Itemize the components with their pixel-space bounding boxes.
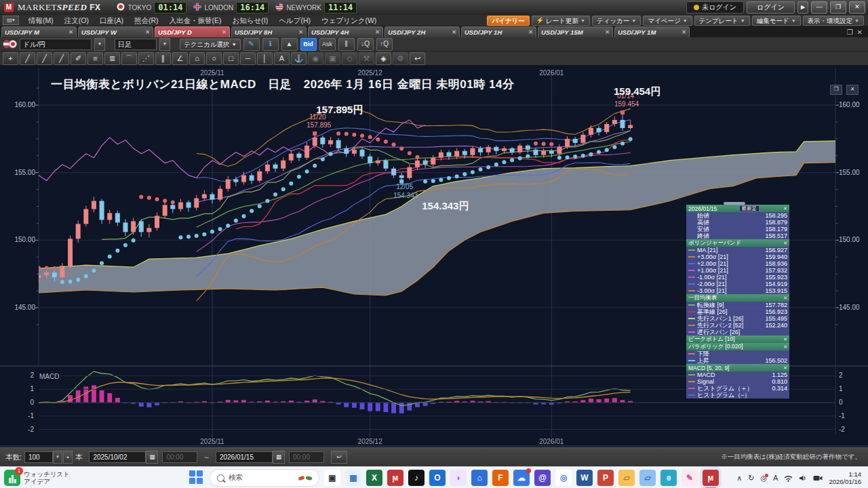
header-button-1[interactable]: ⚡レート更新▼ xyxy=(532,16,590,26)
audio-app-icon[interactable]: ♪ xyxy=(408,470,425,486)
chart-area[interactable]: 160.00160.00155.00155.00150.00150.00145.… xyxy=(0,66,868,447)
copilot-icon[interactable]: ◗ xyxy=(450,470,467,486)
horizontal-line-tool[interactable]: ─ xyxy=(240,52,256,65)
candle-chart-icon[interactable]: ⫼ xyxy=(338,38,355,51)
tab-close-all-icon[interactable]: ✕ xyxy=(857,28,863,36)
calendar-to-icon[interactable]: ▦ xyxy=(273,451,285,464)
powerpoint-icon[interactable]: P xyxy=(597,470,614,486)
header-button-3[interactable]: マイページ▼ xyxy=(643,16,692,26)
header-button-6[interactable]: 表示・環境設定▼ xyxy=(803,16,864,26)
menu-item-7[interactable]: ウェブリンク(W) xyxy=(316,15,382,26)
tab-close-icon[interactable]: ✕ xyxy=(605,29,610,35)
tab-close-icon[interactable]: ✕ xyxy=(375,29,380,35)
chart-close-icon[interactable]: ✕ xyxy=(846,85,859,95)
header-button-4[interactable]: テンプレート▼ xyxy=(694,16,750,26)
crosshair-tool[interactable]: + xyxy=(3,52,18,65)
tab-close-icon[interactable]: ✕ xyxy=(145,29,150,35)
tab-close-icon[interactable]: ✕ xyxy=(452,29,456,35)
login-expand-button[interactable]: ▶ xyxy=(797,1,808,14)
cloud-app-icon[interactable]: ☁ xyxy=(513,470,530,486)
start-button[interactable] xyxy=(189,470,205,486)
tab-usd-jpy-2h[interactable]: USD/JPY 2H✕ xyxy=(384,26,460,37)
tray-alert-icon[interactable]: ◎ xyxy=(761,474,768,483)
panel-section-close-icon[interactable]: ✕ xyxy=(783,344,787,350)
polygon-tool[interactable]: ⌂ xyxy=(189,52,205,65)
tab-usd-jpy-d[interactable]: USD/JPY D✕ xyxy=(155,26,230,37)
zoom-in-icon[interactable]: ↑Q xyxy=(376,38,393,51)
menu-item-6[interactable]: ヘルプ(H) xyxy=(273,15,316,26)
photos-icon[interactable]: ▦ xyxy=(345,470,361,486)
angle-line-tool[interactable]: ∠ xyxy=(172,52,188,65)
header-button-0[interactable]: バイナリー xyxy=(487,16,529,26)
marketspeed-icon[interactable]: ϻ xyxy=(387,470,403,486)
login-button[interactable]: ログイン xyxy=(747,1,795,14)
edge-icon[interactable]: e xyxy=(660,470,677,486)
tray-clock[interactable]: 1:14 2026/01/16 xyxy=(829,470,861,485)
bar-count-input[interactable]: 100 xyxy=(24,451,53,463)
pair-select[interactable]: ドル/円 xyxy=(20,39,92,50)
panel-section-close-icon[interactable]: ✕ xyxy=(783,241,787,246)
vertical-line-tool[interactable]: │ xyxy=(257,52,273,65)
tab-close-icon[interactable]: ✕ xyxy=(682,29,686,35)
menu-item-3[interactable]: 照会(R) xyxy=(129,15,164,26)
zoom-out-icon[interactable]: ↓Q xyxy=(357,38,374,51)
tab-usd-jpy-m[interactable]: USD/JPY M✕ xyxy=(1,26,77,37)
chart-maximize-icon[interactable]: ❐ xyxy=(830,85,842,95)
taskbar-widget[interactable]: 1 ウォッチリスト アイデア xyxy=(0,470,126,486)
anchor-tool[interactable]: ⚓ xyxy=(291,52,307,65)
chrome-icon[interactable]: ◎ xyxy=(555,470,572,486)
horizontal-lines-tool[interactable]: ≡ xyxy=(87,52,103,65)
panel-section-close-icon[interactable]: ✕ xyxy=(783,365,787,371)
text-tool[interactable]: A xyxy=(274,52,290,65)
firefox-icon[interactable]: F xyxy=(492,470,509,486)
menu-item-2[interactable]: 口座(A) xyxy=(94,15,129,26)
fibonacci-arc-tool[interactable]: ⌒ xyxy=(121,52,137,65)
tray-sync-icon[interactable]: ↻ xyxy=(748,474,754,483)
tab-expand-icon[interactable]: ❐ xyxy=(847,28,853,36)
search-box[interactable]: 検索 xyxy=(210,469,319,487)
panel-section-close-icon[interactable]: ✕ xyxy=(783,206,787,211)
tab-close-icon[interactable]: ✕ xyxy=(528,29,533,35)
pencil-icon[interactable]: ✎ xyxy=(243,38,260,51)
pair-select-arrow[interactable]: ▼ xyxy=(94,38,105,51)
vertical-lines-tool[interactable]: ∥ xyxy=(155,52,171,65)
close-button[interactable]: ✕ xyxy=(849,1,865,14)
date-to-input[interactable]: 2026/01/15 xyxy=(216,451,273,463)
menu-item-4[interactable]: 入出金・振替(E) xyxy=(164,15,227,26)
tab-usd-jpy-1h[interactable]: USD/JPY 1H✕ xyxy=(461,26,536,37)
menu-item-0[interactable]: 情報(M) xyxy=(23,15,59,26)
ask-toggle[interactable]: Ask xyxy=(319,38,336,51)
calendar-from-icon[interactable]: ▦ xyxy=(146,451,158,464)
tab-close-icon[interactable]: ✕ xyxy=(222,29,226,35)
restore-button[interactable]: ❐ xyxy=(830,1,846,14)
tab-usd-jpy-4h[interactable]: USD/JPY 4H✕ xyxy=(308,26,383,37)
mail-at-icon[interactable]: @ xyxy=(534,470,551,486)
paint-icon[interactable]: ✎ xyxy=(682,470,698,486)
tab-usd-jpy-1m[interactable]: USD/JPY 1M✕ xyxy=(614,26,690,37)
tab-usd-jpy-w[interactable]: USD/JPY W✕ xyxy=(78,26,153,37)
tab-usd-jpy-8h[interactable]: USD/JPY 8H✕ xyxy=(231,26,307,37)
camera-icon[interactable] xyxy=(813,474,823,482)
info-icon[interactable]: ℹ xyxy=(262,38,279,51)
technical-select-button[interactable]: テクニカル選択▼ xyxy=(180,39,241,50)
ellipse-tool[interactable]: ○ xyxy=(206,52,222,65)
refresh-button[interactable]: ↩ xyxy=(331,451,347,464)
ime-indicator[interactable]: A xyxy=(773,474,778,482)
wifi-icon[interactable] xyxy=(784,474,793,482)
panel-section-close-icon[interactable]: ✕ xyxy=(783,296,787,301)
bid-toggle[interactable]: Bid xyxy=(300,38,317,51)
word-icon[interactable]: W xyxy=(576,470,593,486)
panel-scrollbar[interactable] xyxy=(724,202,745,205)
date-from-input[interactable]: 2025/10/02 xyxy=(89,451,146,463)
panel-section-close-icon[interactable]: ✕ xyxy=(783,337,787,342)
dense-lines-tool[interactable]: ≣ xyxy=(104,52,120,65)
onedrive-folder-icon[interactable]: ▱ xyxy=(639,470,656,486)
eraser-tool[interactable]: ◈ xyxy=(376,52,391,65)
area-chart-icon[interactable]: ▲ xyxy=(281,38,298,51)
menu-item-5[interactable]: お知らせ(I) xyxy=(227,15,274,26)
fibonacci-fan-tool[interactable]: ⋰ xyxy=(138,52,154,65)
outlook-icon[interactable]: O xyxy=(429,470,446,486)
tab-close-icon[interactable]: ✕ xyxy=(68,29,73,35)
volume-icon[interactable] xyxy=(799,474,807,482)
undo-tool[interactable]: ↩ xyxy=(410,52,425,65)
